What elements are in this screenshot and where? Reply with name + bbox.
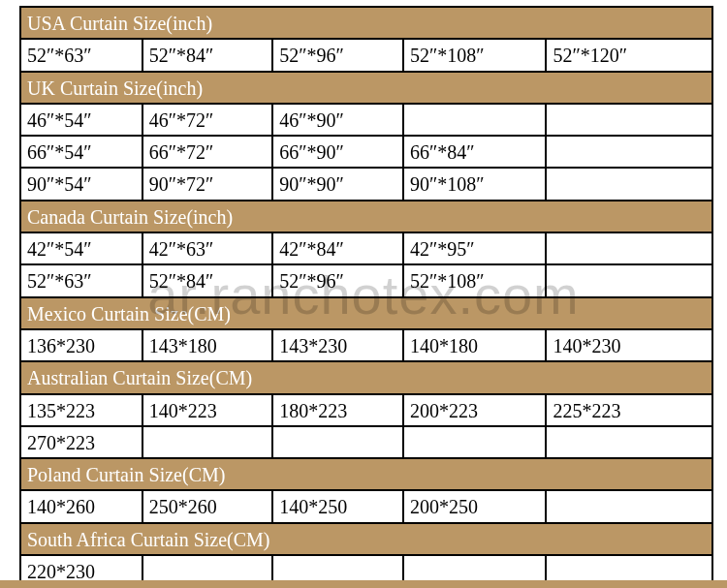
size-cell: 200*250	[404, 491, 548, 523]
size-cell: 66″*72″	[143, 137, 274, 169]
size-cell: 90″*90″	[273, 169, 404, 201]
size-cell: 52″*108″	[404, 40, 548, 72]
size-cell: 136*230	[21, 330, 143, 362]
size-cell: 52″*84″	[143, 40, 274, 72]
table-row: 270*223	[21, 427, 713, 459]
size-cell: 52″*84″	[143, 265, 274, 297]
size-cell: 143*180	[143, 330, 274, 362]
table-row: 42″*54″42″*63″42″*84″42″*95″	[21, 233, 713, 265]
size-cell: 90″*108″	[404, 169, 548, 201]
section-header: Australian Curtain Size(CM)	[21, 362, 713, 394]
size-cell: 46″*72″	[143, 105, 274, 137]
size-table: USA Curtain Size(inch)52″*63″52″*84″52″*…	[19, 6, 713, 588]
size-cell: 46″*90″	[273, 105, 404, 137]
table-row: 136*230143*180143*230140*180140*230	[21, 330, 713, 362]
size-cell: 42″*84″	[273, 233, 404, 265]
section-header-label: Mexico Curtain Size(CM)	[21, 298, 713, 330]
size-cell: 200*223	[404, 395, 548, 427]
table-row: 90″*54″90″*72″90″*90″90″*108″	[21, 169, 713, 201]
size-cell: 52″*96″	[273, 265, 404, 297]
size-cell	[404, 427, 548, 459]
table-row: 52″*63″52″*84″52″*96″52″*108″52″*120″	[21, 40, 713, 72]
size-cell	[547, 105, 713, 137]
section-header-label: USA Curtain Size(inch)	[21, 8, 713, 40]
size-cell: 66″*54″	[21, 137, 143, 169]
section-header: Poland Curtain Size(CM)	[21, 459, 713, 491]
size-cell: 42″*95″	[404, 233, 548, 265]
size-cell: 66″*84″	[404, 137, 548, 169]
table-row: 66″*54″66″*72″66″*90″66″*84″	[21, 137, 713, 169]
size-cell: 90″*54″	[21, 169, 143, 201]
size-cell: 52″*63″	[21, 40, 143, 72]
size-cell	[547, 491, 713, 523]
size-cell: 90″*72″	[143, 169, 274, 201]
section-header-label: Canada Curtain Size(inch)	[21, 201, 713, 233]
size-cell: 140*180	[404, 330, 548, 362]
size-cell	[404, 105, 548, 137]
size-cell: 42″*54″	[21, 233, 143, 265]
size-cell	[143, 427, 274, 459]
size-cell	[273, 427, 404, 459]
size-cell	[547, 169, 713, 201]
section-header-label: South Africa Curtain Size(CM)	[21, 524, 713, 556]
section-header: USA Curtain Size(inch)	[21, 8, 713, 40]
size-cell: 225*223	[547, 395, 713, 427]
table-row: 52″*63″52″*84″52″*96″52″*108″	[21, 265, 713, 297]
size-cell: 140*223	[143, 395, 274, 427]
size-cell: 46″*54″	[21, 105, 143, 137]
table-row: 140*260250*260140*250200*250	[21, 491, 713, 523]
section-header: Canada Curtain Size(inch)	[21, 201, 713, 233]
size-cell: 52″*108″	[404, 265, 548, 297]
size-cell: 52″*63″	[21, 265, 143, 297]
size-cell: 143*230	[273, 330, 404, 362]
section-header: UK Curtain Size(inch)	[21, 73, 713, 105]
size-cell: 66″*90″	[273, 137, 404, 169]
size-cell: 270*223	[21, 427, 143, 459]
table-row: 46″*54″46″*72″46″*90″	[21, 105, 713, 137]
section-header: South Africa Curtain Size(CM)	[21, 524, 713, 556]
table-row: 135*223140*223180*223200*223225*223	[21, 395, 713, 427]
section-header-label: Australian Curtain Size(CM)	[21, 362, 713, 394]
section-header-label: UK Curtain Size(inch)	[21, 73, 713, 105]
footer-strip	[0, 580, 727, 588]
size-cell: 140*230	[547, 330, 713, 362]
size-cell: 250*260	[143, 491, 274, 523]
size-cell: 52″*120″	[547, 40, 713, 72]
size-cell: 140*260	[21, 491, 143, 523]
size-cell: 42″*63″	[143, 233, 274, 265]
size-cell: 140*250	[273, 491, 404, 523]
size-cell	[547, 137, 713, 169]
section-header-label: Poland Curtain Size(CM)	[21, 459, 713, 491]
size-cell	[547, 265, 713, 297]
size-cell: 135*223	[21, 395, 143, 427]
size-cell: 52″*96″	[273, 40, 404, 72]
size-cell	[547, 427, 713, 459]
size-cell	[547, 233, 713, 265]
size-cell: 180*223	[273, 395, 404, 427]
section-header: Mexico Curtain Size(CM)	[21, 298, 713, 330]
